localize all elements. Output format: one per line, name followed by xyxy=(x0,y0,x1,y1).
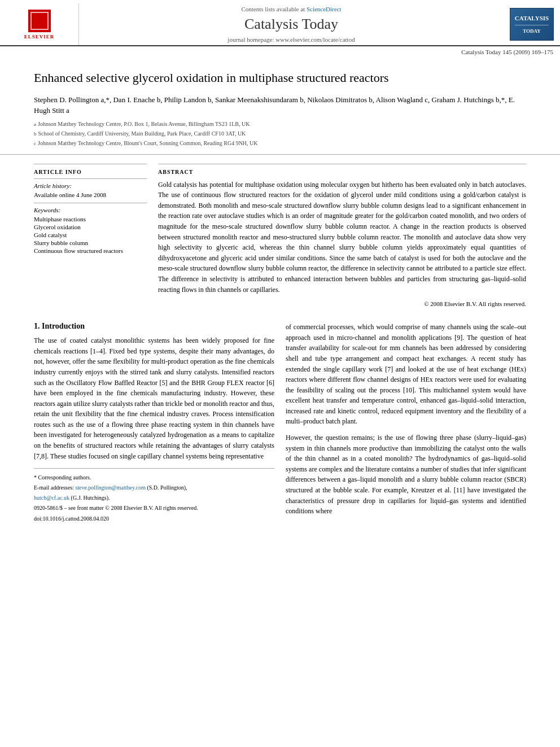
author-names: Stephen D. Pollington a,*, Dan I. Enache… xyxy=(34,95,515,115)
available-online: Available online 4 June 2008 xyxy=(34,191,147,198)
contents-line: Contents lists available at ScienceDirec… xyxy=(241,6,341,12)
keywords-label: Keywords: xyxy=(34,207,147,213)
journal-title: Catalysis Today xyxy=(244,16,338,33)
main-content: ARTICLE INFO Article history: Available … xyxy=(0,155,560,317)
elsevier-label: ELSEVIER xyxy=(24,34,55,40)
email2-line: hutch@cf.ac.uk (G.J. Hutchings). xyxy=(34,493,274,502)
catalysis-badge-section: CATALYSIS TODAY xyxy=(504,3,560,45)
keyword-5: Continuous flow structured reactors xyxy=(34,247,147,254)
affiliation-c: c Johnson Matthey Technology Centre, Blo… xyxy=(34,139,526,148)
issn-line: 0920-5861/$ – see front matter © 2008 El… xyxy=(34,504,274,512)
badge-subtitle: TODAY xyxy=(515,28,549,35)
catalysis-badge: CATALYSIS TODAY xyxy=(510,8,554,41)
email-label-line: E-mail addresses: steve.pollington@matth… xyxy=(34,483,274,492)
keyword-1: Multiphase reactions xyxy=(34,216,147,222)
email1-link[interactable]: steve.pollington@matthey.com xyxy=(75,484,146,491)
journal-center: Contents lists available at ScienceDirec… xyxy=(79,3,504,45)
keyword-4: Slurry bubble column xyxy=(34,239,147,246)
divider xyxy=(34,178,147,179)
divider2 xyxy=(34,203,147,203)
email2-link[interactable]: hutch@cf.ac.uk xyxy=(34,495,69,501)
footnotes: * Corresponding authors. E-mail addresse… xyxy=(34,468,274,523)
email1-name: (S.D. Pollington), xyxy=(147,484,187,491)
article-title-section: Enhanced selective glycerol oxidation in… xyxy=(0,56,560,155)
elsevier-logo-square xyxy=(28,10,51,32)
intro-title: 1. Introduction xyxy=(34,322,274,331)
doi-line: doi:10.1016/j.cattod.2008.04.020 xyxy=(34,514,274,523)
abstract-col: ABSTRACT Gold catalysis has potential fo… xyxy=(158,164,526,308)
body-para-right-1: of commercial processes, which would com… xyxy=(286,322,526,427)
keyword-3: Gold catalyst xyxy=(34,231,147,238)
sciencedirect-link[interactable]: ScienceDirect xyxy=(307,6,342,12)
article-info-col: ARTICLE INFO Article history: Available … xyxy=(34,164,147,308)
affiliation-a: a Johnson Matthey Technology Centre, P.O… xyxy=(34,120,526,129)
copyright: © 2008 Elsevier B.V. All rights reserved… xyxy=(158,300,526,307)
journal-homepage: journal homepage: www.elsevier.com/locat… xyxy=(228,36,355,43)
keyword-2: Glycerol oxidation xyxy=(34,224,147,230)
elsevier-logo-section: ELSEVIER xyxy=(0,3,79,45)
journal-header: ELSEVIER Contents lists available at Sci… xyxy=(0,0,560,46)
badge-title: CATALYSIS xyxy=(515,14,549,25)
history-label: Article history: xyxy=(34,182,147,189)
affil-a-text: Johnson Matthey Technology Centre, P.O. … xyxy=(38,120,250,129)
corresponding-note: * Corresponding authors. xyxy=(34,473,274,482)
body-content: 1. Introduction The use of coated cataly… xyxy=(0,316,560,536)
volume-info: Catalysis Today 145 (2009) 169–175 xyxy=(0,46,560,56)
authors: Stephen D. Pollington a,*, Dan I. Enache… xyxy=(34,94,526,116)
article-title: Enhanced selective glycerol oxidation in… xyxy=(34,70,526,86)
email-label: E-mail addresses: xyxy=(34,484,74,491)
abstract-text: Gold catalysis has potential for multiph… xyxy=(158,180,526,295)
body-para-right-2: However, the question remains; is the us… xyxy=(286,433,526,517)
body-para-1: The use of coated catalyst monolithic sy… xyxy=(34,335,274,461)
affiliation-b: b School of Chemistry, Cardiff Universit… xyxy=(34,129,526,138)
article-info-label: ARTICLE INFO xyxy=(34,169,147,175)
body-left-col: 1. Introduction The use of coated cataly… xyxy=(34,322,274,525)
affil-c-text: Johnson Matthey Technology Centre, Bloun… xyxy=(38,139,258,148)
affil-b-text: School of Chemistry, Cardiff University,… xyxy=(38,129,246,138)
email2-name: (G.J. Hutchings). xyxy=(71,495,110,501)
abstract-label: ABSTRACT xyxy=(158,169,526,175)
body-right-col: of commercial processes, which would com… xyxy=(286,322,526,525)
affiliations: a Johnson Matthey Technology Centre, P.O… xyxy=(34,120,526,148)
